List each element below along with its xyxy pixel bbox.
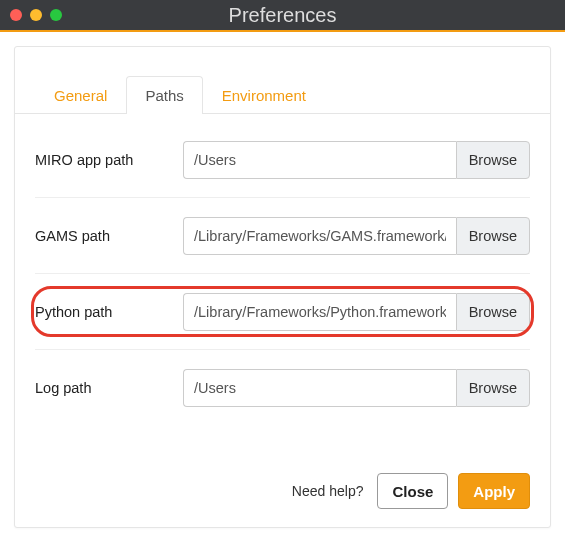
- form-area: MIRO app path Browse GAMS path Browse Py…: [15, 114, 550, 426]
- miro-app-path-input[interactable]: [183, 141, 456, 179]
- apply-button[interactable]: Apply: [458, 473, 530, 509]
- row-python-path: Python path Browse: [35, 274, 530, 350]
- tabs: General Paths Environment: [15, 47, 550, 114]
- preferences-card: General Paths Environment MIRO app path …: [14, 46, 551, 528]
- zoom-window-icon[interactable]: [50, 9, 62, 21]
- row-log-path: Log path Browse: [35, 350, 530, 426]
- tab-environment[interactable]: Environment: [203, 76, 325, 114]
- label-log-path: Log path: [35, 380, 183, 396]
- window-body: General Paths Environment MIRO app path …: [0, 32, 565, 542]
- input-group-gams: Browse: [183, 217, 530, 255]
- input-group-log: Browse: [183, 369, 530, 407]
- need-help-link[interactable]: Need help?: [292, 483, 364, 499]
- input-group-miro: Browse: [183, 141, 530, 179]
- browse-log-button[interactable]: Browse: [456, 369, 530, 407]
- close-button[interactable]: Close: [377, 473, 448, 509]
- python-path-input[interactable]: [183, 293, 456, 331]
- row-miro-app-path: MIRO app path Browse: [35, 122, 530, 198]
- tab-paths[interactable]: Paths: [126, 76, 202, 114]
- row-gams-path: GAMS path Browse: [35, 198, 530, 274]
- window-controls: [0, 9, 62, 21]
- log-path-input[interactable]: [183, 369, 456, 407]
- close-window-icon[interactable]: [10, 9, 22, 21]
- window-title: Preferences: [0, 4, 565, 27]
- tab-general[interactable]: General: [35, 76, 126, 114]
- label-gams-path: GAMS path: [35, 228, 183, 244]
- browse-miro-button[interactable]: Browse: [456, 141, 530, 179]
- minimize-window-icon[interactable]: [30, 9, 42, 21]
- footer: Need help? Close Apply: [292, 473, 530, 509]
- label-python-path: Python path: [35, 304, 183, 320]
- gams-path-input[interactable]: [183, 217, 456, 255]
- input-group-python: Browse: [183, 293, 530, 331]
- browse-python-button[interactable]: Browse: [456, 293, 530, 331]
- titlebar: Preferences: [0, 0, 565, 32]
- label-miro-app-path: MIRO app path: [35, 152, 183, 168]
- browse-gams-button[interactable]: Browse: [456, 217, 530, 255]
